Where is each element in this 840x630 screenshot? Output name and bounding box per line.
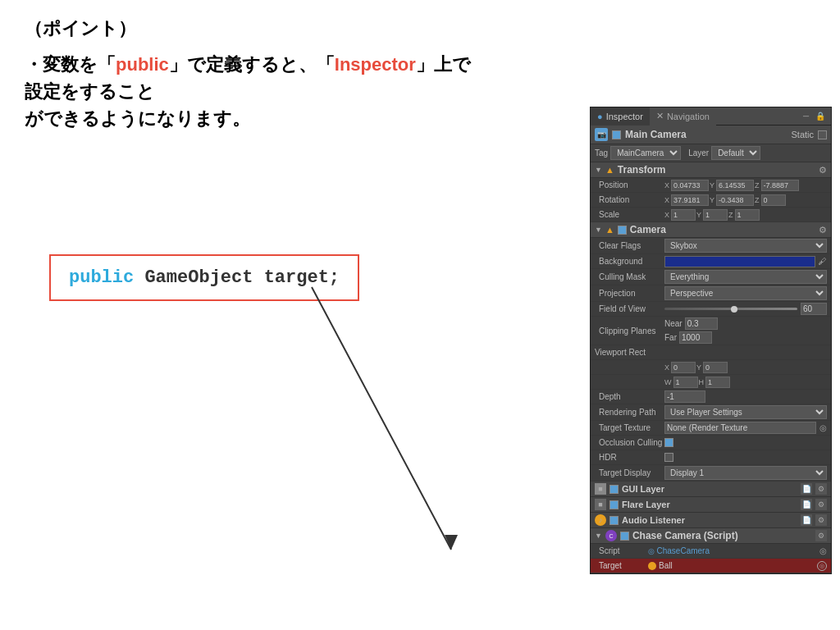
gui-layer-row: ■ GUI Layer 📄 ⚙ [591,482,831,497]
gui-layer-checkbox[interactable] [609,485,619,494]
occlusion-row: Occlusion Culling [591,436,831,450]
scale-z-input[interactable] [735,209,760,221]
chase-gear-icon[interactable]: ⚙ [815,530,827,541]
vp-h-label: H [699,378,705,386]
rot-y-label: Y [710,196,714,204]
depth-row: Depth [591,390,831,404]
flare-layer-checkbox[interactable] [609,500,619,509]
fov-slider-track[interactable] [664,308,797,310]
flare-layer-gear-icon[interactable]: ⚙ [815,499,827,510]
tag-label: Tag [595,148,608,158]
position-label: Position [599,180,664,189]
vp-x-label: X [664,363,669,372]
scale-x-label: X [664,211,669,219]
layer-dropdown[interactable]: Default [711,146,760,160]
lock-button[interactable]: 🔒 [813,112,828,121]
camera-arrow-icon: ▼ [595,226,602,234]
script-name: ChaseCamera [657,546,710,555]
pos-x-input[interactable] [671,180,709,191]
fov-input[interactable] [801,303,827,315]
pos-y-input[interactable] [716,180,754,191]
target-row: Target Ball ◎ [591,559,831,573]
transform-section-header[interactable]: ▼ ▲ Transform ⚙ [591,162,831,178]
clear-flags-label: Clear Flags [599,241,664,250]
inspector-tab-label: Inspector [606,112,643,121]
camera-enable-checkbox[interactable] [618,226,627,235]
script-label: Script [599,546,648,555]
audio-gear-icon[interactable]: ⚙ [815,514,827,526]
gui-layer-gear-icon[interactable]: ⚙ [815,483,827,495]
rendering-label: Rendering Path [599,408,664,417]
depth-label: Depth [599,392,664,401]
clipping-label: Clipping Planes [599,326,664,336]
target-circle-icon[interactable]: ◎ [817,561,827,571]
texture-label: Target Texture [599,423,664,432]
scale-x-input[interactable] [671,209,696,221]
near-input[interactable] [685,317,718,330]
texture-circle-icon[interactable]: ◎ [819,423,827,432]
rotation-row: Rotation X Y Z [591,193,831,208]
script-value: ◎ ChaseCamera [648,546,710,555]
vp-x-input[interactable] [671,362,696,373]
culling-mask-dropdown[interactable]: Everything [664,270,827,284]
fov-label: Field of View [599,304,664,313]
object-enable-checkbox[interactable] [612,130,621,139]
tab-inspector[interactable]: ● Inspector [591,107,650,126]
audio-checkbox[interactable] [609,516,619,525]
scale-row: Scale X Y Z [591,208,831,222]
scale-y-input[interactable] [703,209,728,221]
point-text-part4: ができるようになります。 [25,108,250,129]
display-label: Target Display [599,468,664,477]
pos-y-label: Y [710,181,714,189]
projection-dropdown[interactable]: Perspective [664,286,827,300]
tab-navigation[interactable]: ✕ Navigation [650,107,716,126]
ball-icon [648,562,656,570]
clear-flags-dropdown[interactable]: Skybox [664,239,827,253]
far-input[interactable] [679,331,712,344]
tag-dropdown[interactable]: MainCamera [610,146,681,160]
rot-y-input[interactable] [716,194,754,206]
rot-z-input[interactable] [761,194,786,206]
depth-input[interactable] [664,390,705,403]
texture-input[interactable] [664,422,816,434]
gui-layer-docs-icon[interactable]: 📄 [801,483,812,495]
inspector-tab-icon: ● [597,112,603,121]
camera-section-header[interactable]: ▼ ▲ Camera ⚙ [591,222,831,238]
transform-gear-icon[interactable]: ⚙ [819,165,827,176]
target-value: Ball ◎ [648,561,827,571]
audio-docs-icon[interactable]: 📄 [801,514,812,526]
pos-z-input[interactable] [761,180,799,191]
vp-w-input[interactable] [673,377,698,388]
annotation-area: （ポイント） ・変数を「public」で定義すると、「Inspector」上で設… [25,16,484,132]
minus-button[interactable]: ─ [801,112,811,121]
occlusion-checkbox[interactable] [664,438,673,447]
eyedropper-icon[interactable]: 🖋 [819,257,827,266]
display-row: Target Display Display 1 [591,465,831,482]
rendering-dropdown[interactable]: Use Player Settings [664,405,827,419]
background-color-swatch[interactable] [664,256,815,267]
hdr-label: HDR [599,453,664,462]
viewport-label-row: Viewport Rect [591,345,831,360]
clear-flags-row: Clear Flags Skybox [591,238,831,254]
vp-h-input[interactable] [705,377,730,388]
navigation-tab-label: Navigation [667,112,710,121]
flare-layer-docs-icon[interactable]: 📄 [801,499,812,510]
pos-x-label: X [664,181,669,189]
vp-w-label: W [664,378,672,386]
script-circle-icon[interactable]: ◎ [819,546,827,555]
point-text-part1: ・変数を「 [25,54,116,75]
chase-camera-header[interactable]: ▼ C Chase Camera (Script) ⚙ [591,528,831,544]
camera-gear-icon[interactable]: ⚙ [819,225,827,235]
display-dropdown[interactable]: Display 1 [664,466,827,480]
vp-y-input[interactable] [703,362,728,373]
point-text: ・変数を「public」で定義すると、「Inspector」上で設定をすることが… [25,51,484,132]
object-name: Main Camera [625,129,787,140]
hdr-checkbox[interactable] [664,453,673,462]
culling-mask-row: Culling Mask Everything [591,269,831,285]
rot-x-input[interactable] [671,194,709,206]
static-checkbox[interactable] [818,130,827,139]
projection-label: Projection [599,289,664,298]
pos-z-label: Z [755,181,760,189]
chase-camera-checkbox[interactable] [620,532,629,541]
projection-row: Projection Perspective [591,285,831,302]
